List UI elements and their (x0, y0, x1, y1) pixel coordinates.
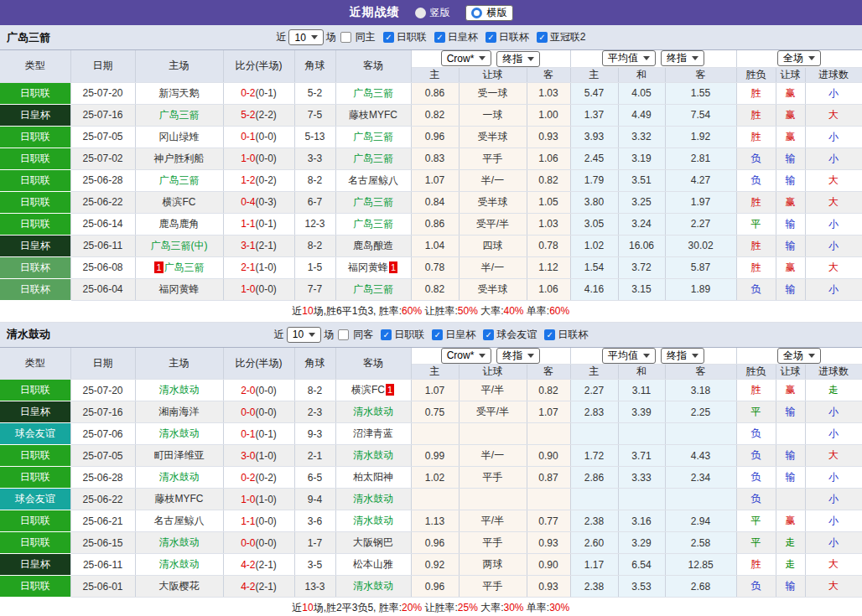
summary-segment: 25% (458, 602, 478, 613)
home-team-cell: 清水鼓动 (135, 554, 223, 576)
league-filter-label-0: 日职联 (394, 328, 424, 342)
chevron-down-icon (808, 56, 815, 60)
crow-final-select[interactable]: 终指 (496, 51, 540, 67)
avg-odds-value: 3.39 (618, 401, 665, 423)
crow-final-select[interactable]: 终指 (496, 348, 540, 364)
win-loss-result: 平 (736, 213, 776, 235)
crow-odds-value: 0.93 (527, 576, 570, 598)
league-filter-checkbox-1[interactable]: ✓ (432, 329, 443, 340)
match-date: 25-06-11 (70, 235, 135, 256)
home-team-name: 清水鼓动 (159, 471, 200, 483)
home-team-name: 新泻天鹅 (159, 87, 200, 99)
home-team-name: 町田泽维亚 (154, 449, 205, 461)
league-filter-checkbox-2[interactable]: ✓ (483, 329, 494, 340)
match-row: 日职联25-06-14鹿岛鹿角1-1(0-1)12-3广岛三箭0.86受平/半1… (0, 213, 862, 235)
scope-select-value: 全场 (783, 51, 803, 65)
goals-result: 大 (805, 191, 862, 213)
summary-segment: 50% (458, 305, 478, 317)
half-time-score: (0-0) (256, 283, 277, 295)
league-type-badge: 日职联 (0, 510, 70, 532)
crow-odds-select[interactable]: Crow* (441, 348, 492, 364)
match-row: 球会友谊25-07-06清水鼓动0-1(0-1)9-3沼津青蓝负小 (0, 423, 862, 445)
avg-odds-select[interactable]: 平均值 (602, 50, 656, 66)
league-filter-checkbox-0[interactable]: ✓ (383, 32, 394, 43)
avg-odds-select[interactable]: 平均值 (602, 348, 656, 364)
avg-odds-value: 2.68 (665, 576, 736, 598)
away-team-name: 横滨FC (351, 384, 385, 396)
score-cell: 0-2(0-1) (223, 82, 294, 104)
league-filter-label-3: 亚冠联2 (550, 30, 586, 44)
league-filter-checkbox-1[interactable]: ✓ (434, 32, 445, 43)
corner-count: 1-7 (294, 532, 335, 554)
recent-count-select[interactable]: 10 (288, 29, 323, 45)
avg-odds-select-value: 平均值 (608, 51, 638, 65)
match-row: 日联杯25-06-081广岛三箭2-1(1-0)1-5福冈黄蜂10.78半/一1… (0, 256, 862, 278)
win-loss-result: 负 (736, 278, 776, 300)
corner-count: 9-4 (294, 489, 335, 510)
same-venue-checkbox[interactable] (340, 32, 351, 43)
horizontal-layout-radio[interactable]: 横版 (465, 5, 513, 21)
avg-final-select[interactable]: 终指 (661, 348, 704, 364)
summary-segment: 30% (549, 602, 569, 613)
win-loss-result: 胜 (736, 126, 776, 148)
half-time-score: (0-0) (256, 406, 277, 418)
crow-odds-value: 0.93 (527, 126, 570, 148)
full-time-score: 0-0 (241, 406, 255, 418)
scope-select[interactable]: 全场 (777, 348, 821, 364)
avg-odds-value: 3.16 (618, 510, 665, 532)
vertical-layout-radio[interactable]: 竖版 (415, 6, 450, 20)
avg-odds-value: 1.92 (665, 126, 736, 148)
home-team-cell: 福冈黄蜂 (135, 278, 223, 300)
league-filter-checkbox-3[interactable]: ✓ (544, 329, 555, 340)
scope-select[interactable]: 全场 (777, 50, 821, 66)
corner-count: 8-2 (294, 169, 335, 191)
recent-count-select[interactable]: 10 (287, 327, 321, 343)
crow-odds-value: 0.96 (411, 126, 459, 148)
near-label: 近 (274, 328, 284, 342)
crow-odds-value: 平手 (459, 532, 527, 554)
summary-row: 近10场,胜6平1负3, 胜率:60% 让胜率:50% 大率:40% 单率:60… (0, 300, 862, 322)
vertical-layout-label: 竖版 (430, 6, 450, 20)
match-row: 日职联25-06-28广岛三箭1-2(0-2)8-2名古屋鲸八1.07半/一0.… (0, 169, 862, 191)
full-time-score: 1-2 (241, 174, 255, 186)
crow-odds-value: 0.86 (411, 213, 459, 235)
summary-row: 近10场,胜2平3负5, 胜率:20% 让胜率:25% 大率:30% 单率:30… (0, 598, 862, 616)
home-team-name: 湘南海洋 (159, 406, 200, 417)
avg-odds-value: 7.54 (665, 104, 736, 126)
league-filter-checkbox-0[interactable]: ✓ (381, 329, 392, 340)
full-time-score: 0-2 (241, 87, 255, 99)
avg-final-select[interactable]: 终指 (661, 50, 704, 66)
crow-odds-value: 1.12 (527, 256, 570, 278)
away-team-name: 广岛三箭 (353, 87, 393, 99)
crow-odds-value: 平手 (459, 576, 527, 598)
column-header-5: 客场 (335, 50, 411, 82)
league-type-badge: 日职联 (0, 380, 70, 401)
crow-odds-value: 1.05 (527, 191, 570, 213)
match-row: 日职联25-07-02神户胜利船1-0(0-0)3-3广岛三箭0.83平手1.0… (0, 148, 862, 169)
avg-odds-value: 3.29 (618, 532, 665, 554)
crow-odds-value: 0.90 (527, 554, 570, 576)
home-team-name: 广岛三箭 (159, 174, 200, 186)
score-cell: 0-4(0-3) (223, 191, 294, 213)
away-team-cell: 柏太阳神 (335, 467, 411, 489)
handicap-result: 走 (776, 554, 805, 576)
avg-odds-value: 3.25 (618, 191, 665, 213)
avg-odds-value: 1.72 (570, 445, 618, 467)
score-cell: 3-0(1-0) (223, 445, 294, 467)
league-filter-checkbox-3[interactable]: ✓ (537, 32, 548, 43)
match-row: 日职联25-06-28清水鼓动0-2(0-2)6-5柏太阳神1.02平手0.87… (0, 467, 862, 489)
half-time-score: (0-0) (256, 131, 277, 142)
avg-odds-value: 2.86 (570, 467, 618, 489)
league-filter-checkbox-2[interactable]: ✓ (486, 32, 496, 43)
half-time-score: (1-0) (256, 261, 277, 273)
half-time-score: (0-3) (256, 196, 277, 208)
avg-odds-value: 3.32 (618, 126, 665, 148)
same-venue-checkbox[interactable] (338, 329, 349, 340)
match-row: 球会友谊25-06-22藤枝MYFC1-0(1-0)9-4清水鼓动负小 (0, 489, 862, 510)
same-venue-label: 同客 (353, 328, 373, 342)
full-time-score: 1-1 (241, 515, 255, 527)
summary-segment: 单率: (524, 305, 550, 317)
crow-odds-value: 半/一 (459, 445, 527, 467)
full-time-score: 1-0 (241, 153, 255, 164)
crow-odds-select[interactable]: Crow* (441, 50, 492, 66)
